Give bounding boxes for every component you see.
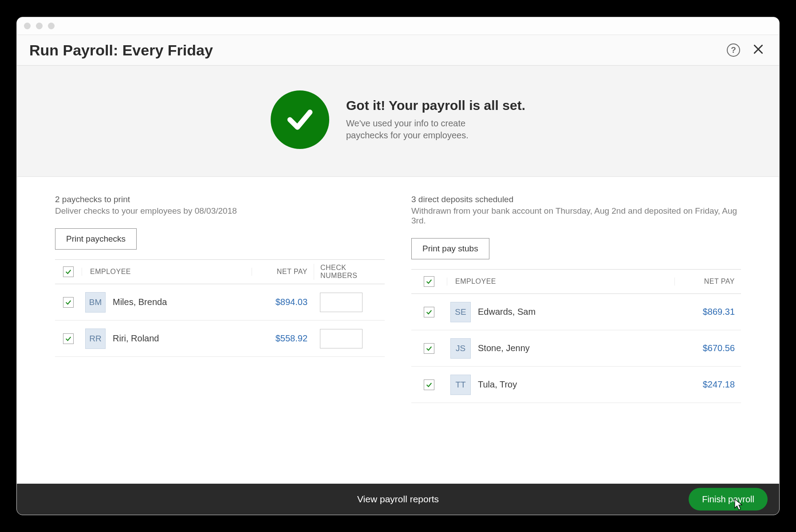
net-pay: $670.56 bbox=[674, 343, 741, 353]
paychecks-count: 2 paychecks to print bbox=[55, 195, 385, 204]
paychecks-table-header: EMPLOYEE NET PAY CHECK NUMBERS bbox=[55, 259, 385, 284]
page-header: Run Payroll: Every Friday ? bbox=[17, 35, 779, 66]
avatar: RR bbox=[85, 329, 106, 349]
col-netpay: NET PAY bbox=[252, 268, 314, 276]
print-paychecks-button[interactable]: Print paychecks bbox=[55, 228, 137, 250]
col-employee: EMPLOYEE bbox=[447, 278, 674, 286]
employee-name: Miles, Brenda bbox=[113, 297, 167, 307]
main-content: 2 paychecks to print Deliver checks to y… bbox=[17, 177, 779, 484]
paychecks-delivery: Deliver checks to your employees by 08/0… bbox=[55, 206, 385, 216]
row-checkbox[interactable] bbox=[63, 297, 74, 308]
net-pay: $558.92 bbox=[252, 333, 314, 344]
page-footer: View payroll reports Finish payroll bbox=[17, 484, 779, 515]
row-checkbox[interactable] bbox=[63, 333, 74, 344]
close-icon[interactable] bbox=[750, 41, 767, 59]
finish-payroll-button[interactable]: Finish payroll bbox=[689, 488, 768, 511]
check-number-input[interactable] bbox=[320, 329, 363, 348]
deposits-schedule: Withdrawn from your bank account on Thur… bbox=[411, 206, 741, 226]
table-row: JS Stone, Jenny $670.56 bbox=[411, 330, 741, 367]
banner-text: Got it! Your payroll is all set. We've u… bbox=[346, 98, 525, 141]
employee-name: Edwards, Sam bbox=[478, 307, 536, 317]
select-all-deposits-checkbox[interactable] bbox=[424, 276, 434, 287]
deposits-table: EMPLOYEE NET PAY SE Edwards, Sam $869.31 bbox=[411, 269, 741, 403]
col-checknumbers: CHECK NUMBERS bbox=[314, 264, 385, 280]
net-pay: $869.31 bbox=[674, 307, 741, 317]
banner-headline: Got it! Your payroll is all set. bbox=[346, 98, 525, 113]
paychecks-table: EMPLOYEE NET PAY CHECK NUMBERS BM Miles,… bbox=[55, 259, 385, 357]
col-employee: EMPLOYEE bbox=[82, 268, 252, 276]
banner-sub-line2: paychecks for your employees. bbox=[346, 130, 469, 140]
row-checkbox[interactable] bbox=[424, 307, 434, 317]
header-actions: ? bbox=[727, 41, 767, 59]
avatar: SE bbox=[450, 302, 471, 322]
success-check-icon bbox=[271, 90, 329, 149]
check-number-input[interactable] bbox=[320, 293, 363, 312]
deposits-table-header: EMPLOYEE NET PAY bbox=[411, 269, 741, 294]
print-pay-stubs-button[interactable]: Print pay stubs bbox=[411, 238, 489, 259]
table-row: BM Miles, Brenda $894.03 bbox=[55, 284, 385, 321]
deposits-column: 3 direct deposits scheduled Withdrawn fr… bbox=[411, 195, 741, 470]
avatar: JS bbox=[450, 338, 471, 359]
deposits-count: 3 direct deposits scheduled bbox=[411, 195, 741, 204]
window-titlebar bbox=[17, 17, 779, 35]
window-zoom-dot[interactable] bbox=[48, 23, 55, 29]
table-row: TT Tula, Troy $247.18 bbox=[411, 367, 741, 403]
page-title: Run Payroll: Every Friday bbox=[29, 42, 213, 59]
banner-sub-line1: We've used your info to create bbox=[346, 118, 465, 128]
employee-name: Riri, Roland bbox=[113, 333, 159, 344]
avatar: BM bbox=[85, 292, 106, 313]
row-checkbox[interactable] bbox=[424, 379, 434, 390]
view-payroll-reports-link[interactable]: View payroll reports bbox=[357, 494, 439, 505]
table-row: RR Riri, Roland $558.92 bbox=[55, 321, 385, 357]
confirmation-banner: Got it! Your payroll is all set. We've u… bbox=[17, 66, 779, 177]
employee-name: Stone, Jenny bbox=[478, 343, 530, 353]
app-window: Run Payroll: Every Friday ? Got it! Your… bbox=[16, 17, 780, 515]
avatar: TT bbox=[450, 375, 471, 395]
table-row: SE Edwards, Sam $869.31 bbox=[411, 294, 741, 330]
employee-name: Tula, Troy bbox=[478, 379, 517, 390]
row-checkbox[interactable] bbox=[424, 343, 434, 354]
paychecks-column: 2 paychecks to print Deliver checks to y… bbox=[55, 195, 385, 470]
window-close-dot[interactable] bbox=[24, 23, 31, 29]
net-pay: $894.03 bbox=[252, 297, 314, 307]
col-netpay: NET PAY bbox=[674, 278, 741, 286]
window-minimize-dot[interactable] bbox=[36, 23, 43, 29]
net-pay: $247.18 bbox=[674, 379, 741, 390]
window-traffic-lights bbox=[24, 23, 55, 29]
select-all-paychecks-checkbox[interactable] bbox=[63, 266, 74, 277]
help-icon[interactable]: ? bbox=[727, 43, 740, 57]
